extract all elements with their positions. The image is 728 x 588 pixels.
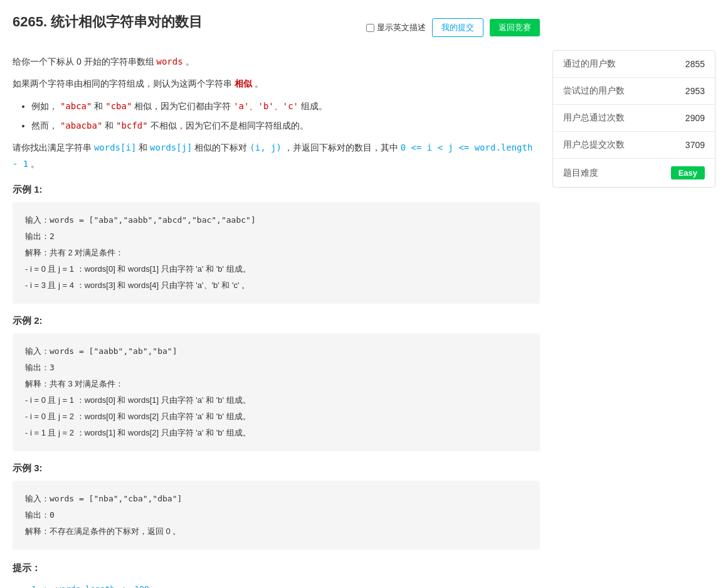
example-output-1: 输出：2 <box>25 228 527 245</box>
sidebar-value-4: Easy <box>671 166 705 179</box>
similar-keyword: 相似 <box>235 78 252 88</box>
example-section-2: 示例 2:输入：words = ["aabb","ab","ba"]输出：3解释… <box>13 315 540 451</box>
hints-list: 1 <= words.length <= 1001 <= words[i].le… <box>31 580 540 588</box>
sidebar-label-4: 题目难度 <box>563 168 598 179</box>
bullet-item-2: 然而， "abacba" 和 "bcfd" 不相似，因为它们不是相同字符组成的。 <box>31 117 540 134</box>
sidebar: 通过的用户数2855尝试过的用户数2953用户总通过次数2909用户总提交次数3… <box>552 13 715 588</box>
hint-item-1: 1 <= words.length <= 100 <box>31 580 540 588</box>
example-explain-line-1-1: - i = 3 且 j = 4 ：words[3] 和 words[4] 只由字… <box>25 277 527 294</box>
sidebar-value-3: 3709 <box>685 140 705 150</box>
page-title: 6265. 统计相似字符串对的数目 <box>13 13 203 31</box>
header-actions: 显示英文描述 我的提交 返回竞赛 <box>366 18 540 37</box>
show-english-text: 显示英文描述 <box>377 22 426 33</box>
example-input-2: 输入：words = ["aabb","ab","ba"] <box>25 343 527 360</box>
bullet-item-1: 例如， "abca" 和 "cba" 相似，因为它们都由字符 'a'、'b'、'… <box>31 98 540 115</box>
example-explain-label-2: 解释：共有 3 对满足条件： <box>25 376 527 392</box>
sidebar-row-3: 用户总提交次数3709 <box>553 132 715 159</box>
intro-line2: 如果两个字符串由相同的字符组成，则认为这两个字符串 相似 。 <box>13 76 540 92</box>
example-explain-line-2-1: - i = 0 且 j = 2 ：words[0] 和 words[2] 只由字… <box>25 409 527 425</box>
back-contest-button[interactable]: 返回竞赛 <box>490 19 540 36</box>
intro-bullets: 例如， "abca" 和 "cba" 相似，因为它们都由字符 'a'、'b'、'… <box>31 98 540 134</box>
example-section-1: 示例 1:输入：words = ["aba","aabb","abcd","ba… <box>13 184 540 304</box>
example-label-2: 示例 2: <box>13 315 540 327</box>
example-section-3: 示例 3:输入：words = ["nba","cba","dba"]输出：0解… <box>13 462 540 550</box>
show-english-label[interactable]: 显示英文描述 <box>366 22 426 33</box>
intro-line1: 给你一个下标从 0 开始的字符串数组 words 。 <box>13 54 540 70</box>
sidebar-row-2: 用户总通过次数2909 <box>553 105 715 132</box>
show-english-checkbox[interactable] <box>366 24 374 32</box>
example-output-3: 输出：0 <box>25 507 527 523</box>
my-submission-button[interactable]: 我的提交 <box>432 18 483 37</box>
sidebar-row-0: 通过的用户数2855 <box>553 51 715 78</box>
sidebar-label-1: 尝试过的用户数 <box>563 85 625 97</box>
intro-words-code: words <box>156 56 182 67</box>
sidebar-label-3: 用户总提交次数 <box>563 139 625 151</box>
example-explain-label-3: 解释：不存在满足条件的下标对，返回 0 。 <box>25 523 527 540</box>
sidebar-card: 通过的用户数2855尝试过的用户数2953用户总通过次数2909用户总提交次数3… <box>552 50 715 188</box>
example-box-3: 输入：words = ["nba","cba","dba"]输出：0解释：不存在… <box>13 481 540 550</box>
example-box-2: 输入：words = ["aabb","ab","ba"]输出：3解释：共有 3… <box>13 333 540 451</box>
example-explain-line-2-2: - i = 1 且 j = 2 ：words[1] 和 words[2] 只由字… <box>25 425 527 441</box>
examples-container: 示例 1:输入：words = ["aba","aabb","abcd","ba… <box>13 184 540 550</box>
example-box-1: 输入：words = ["aba","aabb","abcd","bac","a… <box>13 202 540 304</box>
example-explain-line-1-0: - i = 0 且 j = 1 ：words[0] 和 words[1] 只由字… <box>25 261 527 277</box>
sidebar-label-0: 通过的用户数 <box>563 58 616 70</box>
example-label-3: 示例 3: <box>13 462 540 474</box>
example-label-1: 示例 1: <box>13 184 540 196</box>
example-explain-line-2-0: - i = 0 且 j = 1 ：words[0] 和 words[1] 只由字… <box>25 392 527 409</box>
example-input-3: 输入：words = ["nba","cba","dba"] <box>25 491 527 507</box>
sidebar-value-2: 2909 <box>685 113 705 123</box>
sidebar-value-1: 2953 <box>685 86 705 96</box>
sidebar-row-1: 尝试过的用户数2953 <box>553 78 715 105</box>
example-output-2: 输出：3 <box>25 360 527 376</box>
example-explain-label-1: 解释：共有 2 对满足条件： <box>25 245 527 261</box>
sidebar-row-4: 题目难度Easy <box>553 159 715 187</box>
example-input-1: 输入：words = ["aba","aabb","abcd","bac","a… <box>25 212 527 228</box>
sidebar-label-2: 用户总通过次数 <box>563 112 625 124</box>
sidebar-value-0: 2855 <box>685 59 705 69</box>
problem-description: 请你找出满足字符串 words[i] 和 words[j] 相似的下标对 (i,… <box>13 139 540 173</box>
hints-title: 提示： <box>13 562 540 574</box>
hints-section: 提示： 1 <= words.length <= 1001 <= words[i… <box>13 562 540 588</box>
